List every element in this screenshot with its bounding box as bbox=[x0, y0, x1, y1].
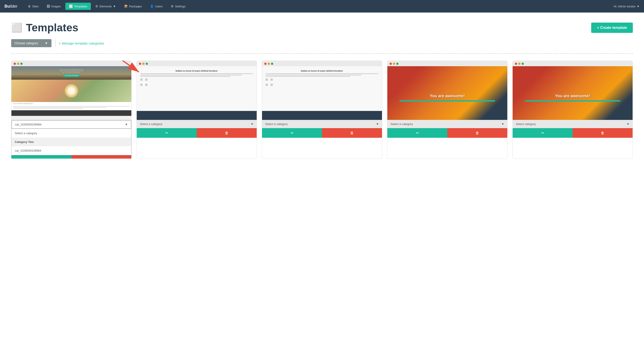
chrome-dot-green bbox=[20, 63, 22, 65]
chrome-dot-red bbox=[515, 63, 517, 65]
chrome-dot-yellow bbox=[518, 63, 520, 65]
edit-icon: ✏ bbox=[416, 131, 419, 135]
preview-title-text: Nullam eu lectus id turpis eleifend tinc… bbox=[266, 70, 378, 72]
icon-square bbox=[140, 78, 142, 81]
delete-template-button[interactable]: 🗑 bbox=[197, 128, 257, 138]
category-select-label: Select a category bbox=[265, 122, 288, 126]
nav-item-users[interactable]: 👤 Users bbox=[146, 3, 166, 10]
card-chrome bbox=[387, 61, 507, 66]
food-plate bbox=[65, 84, 78, 97]
nav-item-elements[interactable]: ⚙ Elements ▼ bbox=[92, 3, 120, 10]
nav-item-settings[interactable]: ⚙ Settings bbox=[167, 3, 189, 10]
delete-icon: 🗑 bbox=[350, 131, 354, 135]
page-title-row: ⬜ Templates bbox=[11, 21, 78, 34]
card-actions: ✏ 🗑 bbox=[262, 128, 382, 138]
category-select-open[interactable]: cat_1526939106984 ▼ bbox=[12, 120, 131, 129]
icon-square bbox=[270, 78, 273, 81]
food-caption: It's true, we help you quickly setup you… bbox=[12, 102, 131, 105]
icon-square bbox=[270, 84, 273, 86]
food-hero-section: This is an amazing self hosted web siteb… bbox=[12, 66, 131, 80]
preview-icon-block bbox=[266, 84, 269, 88]
template-card: This is an amazing self hosted web siteb… bbox=[11, 61, 132, 159]
preview-icon-block bbox=[145, 78, 148, 82]
manage-categories-link[interactable]: Manage template categories bbox=[59, 41, 104, 46]
preview-icon-block bbox=[145, 84, 148, 88]
preview-line bbox=[266, 75, 362, 75]
card-preview: You are awesome! bbox=[387, 66, 507, 120]
dropdown-item-cat-id[interactable]: cat_1526939106984 bbox=[12, 146, 131, 155]
chrome-dot-yellow bbox=[17, 63, 19, 65]
edit-icon: ✏ bbox=[165, 131, 168, 135]
elements-icon: ⚙ bbox=[95, 4, 98, 8]
nav-users-label: Users bbox=[155, 5, 163, 8]
choose-category-label: Choose category bbox=[14, 41, 38, 45]
card-actions: ✏ 🗑 bbox=[137, 128, 257, 138]
brand-bold: Bu bbox=[4, 4, 10, 8]
choose-category-dropdown[interactable]: Choose category ▼ bbox=[11, 39, 52, 47]
awesome-text: You are awesome! bbox=[430, 94, 465, 98]
nav-templates-label: Templates bbox=[74, 5, 87, 8]
chrome-dot-red bbox=[264, 63, 266, 65]
awesome-bar bbox=[400, 100, 496, 101]
card-chrome bbox=[12, 61, 131, 66]
page-title-icon: ⬜ bbox=[11, 22, 22, 33]
card-preview: This is an amazing self hosted web siteb… bbox=[12, 66, 131, 120]
category-select[interactable]: Select a category ▼ bbox=[262, 120, 382, 128]
awesome-bar bbox=[525, 100, 621, 101]
edit-template-button[interactable]: ✏ bbox=[387, 128, 447, 138]
user-greeting: Hi, Admin istrator bbox=[614, 5, 636, 8]
preview-line bbox=[140, 75, 242, 75]
sites-icon: 🖥 bbox=[28, 4, 31, 8]
category-select[interactable]: Select a category ▼ bbox=[137, 120, 257, 128]
dropdown-item-category-two[interactable]: Category Two bbox=[12, 138, 131, 146]
category-select[interactable]: Select category ▼ bbox=[513, 120, 632, 128]
chrome-dot-yellow bbox=[142, 63, 144, 65]
nav-elements-label: Elements bbox=[100, 5, 112, 8]
text-line bbox=[13, 108, 83, 109]
template-card: You are awesome! Select category ▼ ✏ 🗑 bbox=[512, 61, 633, 159]
chrome-dot-yellow bbox=[268, 63, 270, 65]
icon-square bbox=[140, 84, 142, 86]
create-template-button[interactable]: + Create template bbox=[591, 22, 633, 33]
preview-icon-row bbox=[140, 84, 253, 88]
chrome-dot-red bbox=[139, 63, 141, 65]
user-menu[interactable]: Hi, Admin istrator ▼ bbox=[614, 5, 640, 8]
category-select[interactable]: Select a category ▼ bbox=[387, 120, 507, 128]
edit-template-button[interactable]: ✏ bbox=[137, 128, 197, 138]
nav-item-templates[interactable]: ⬜ Templates bbox=[65, 3, 91, 10]
chrome-dot-green bbox=[271, 63, 273, 65]
preview-dark-bar bbox=[262, 111, 382, 120]
text-line bbox=[13, 106, 130, 107]
nav-item-images[interactable]: 🖼 Images bbox=[43, 3, 64, 10]
chrome-dot-green bbox=[522, 63, 524, 65]
dropdown-item-select[interactable]: Select a category bbox=[12, 129, 131, 138]
preview-icon-block bbox=[270, 84, 274, 88]
users-icon: 👤 bbox=[150, 4, 154, 8]
card-actions: ✏ 🗑 bbox=[387, 128, 507, 138]
delete-template-button[interactable]: 🗑 bbox=[572, 128, 632, 138]
main-content: ⬜ Templates + Create template Choose cat… bbox=[0, 12, 644, 348]
edit-template-button[interactable]: ✏ bbox=[513, 128, 572, 138]
nav-item-sites[interactable]: 🖥 Sites bbox=[24, 3, 42, 10]
text-line bbox=[13, 107, 106, 108]
delete-icon: 🗑 bbox=[476, 131, 479, 135]
awesome-text: You are awesome! bbox=[555, 94, 590, 98]
caption-text: It's true, we help you quickly setup you… bbox=[13, 103, 130, 104]
card-bottom: Select a category ▼ bbox=[387, 120, 507, 128]
app-logo[interactable]: Builder bbox=[4, 4, 18, 9]
food-image-area bbox=[12, 80, 131, 102]
nav-item-packages[interactable]: 📦 Packages bbox=[120, 3, 146, 10]
card-preview: You are awesome! bbox=[513, 66, 632, 120]
select-chevron-icon: ▼ bbox=[501, 122, 504, 126]
delete-template-button[interactable]: 🗑 bbox=[447, 128, 507, 138]
delete-icon: 🗑 bbox=[601, 131, 604, 135]
category-dropdown-menu: Select a category Category Two cat_15269… bbox=[12, 129, 131, 155]
filter-divider bbox=[55, 39, 56, 47]
edit-template-button[interactable]: ✏ bbox=[262, 128, 322, 138]
preview-line bbox=[140, 76, 230, 77]
select-chevron-icon: ▼ bbox=[125, 123, 128, 126]
delete-icon: 🗑 bbox=[225, 131, 228, 135]
nav-sites-label: Sites bbox=[32, 5, 39, 8]
delete-template-button[interactable]: 🗑 bbox=[322, 128, 382, 138]
icon-square bbox=[145, 78, 148, 81]
